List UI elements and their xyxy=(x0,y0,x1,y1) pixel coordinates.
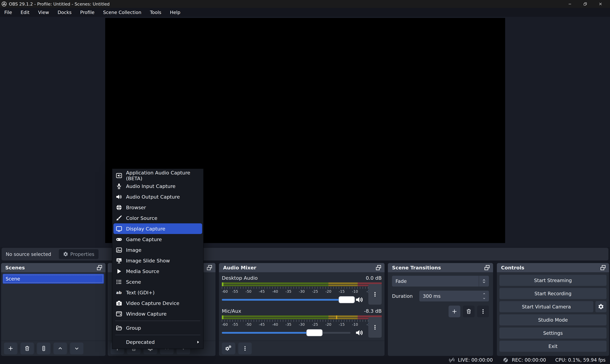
menubar-item-view[interactable]: View xyxy=(34,8,53,17)
scenes-dock-header: Scenes xyxy=(1,263,106,272)
close-button[interactable] xyxy=(593,0,608,8)
transition-value: Fade xyxy=(392,278,407,284)
menu-item-audio-input-capture[interactable]: Audio Input Capture xyxy=(112,181,203,192)
scale-tick-label: -35 xyxy=(285,322,291,326)
chevron-down-icon[interactable] xyxy=(482,297,486,300)
channel-header: Desktop Audio0.0 dB xyxy=(222,275,382,281)
menu-item-group[interactable]: Group xyxy=(112,323,203,333)
start-streaming-button[interactable]: Start Streaming xyxy=(499,275,607,286)
menu-item-application-audio-capture-beta[interactable]: Application Audio Capture (BETA) xyxy=(112,170,203,181)
minimize-button[interactable] xyxy=(562,0,578,8)
up-icon xyxy=(57,345,63,352)
menu-item-color-source[interactable]: Color Source xyxy=(112,213,203,223)
volume-slider[interactable] xyxy=(222,299,351,301)
duration-input[interactable]: 300 ms xyxy=(419,291,489,301)
channel-menu-button[interactable] xyxy=(368,284,382,305)
remove-transition-button[interactable] xyxy=(463,306,474,317)
menu-item-label: Browser xyxy=(126,205,146,210)
menu-item-image[interactable]: Image xyxy=(112,245,203,255)
meter-scale-labels: -60-55-50-45-40-35-30-25-20-15-10-50 xyxy=(222,289,382,295)
spinner-icon xyxy=(481,278,487,284)
remove-scene-button[interactable] xyxy=(21,343,34,354)
menu-item-game-capture[interactable]: Game Capture xyxy=(112,234,203,245)
scale-tick-label: -10 xyxy=(352,322,358,326)
toolbar-divider xyxy=(52,344,52,352)
scene-transitions-dock: Scene Transitions Fade Duration 300 ms xyxy=(388,263,493,356)
brush-icon xyxy=(116,215,122,221)
scene-transitions-header: Scene Transitions xyxy=(388,263,493,272)
scene-transitions-title: Scene Transitions xyxy=(392,265,441,271)
properties-button[interactable]: Properties xyxy=(59,249,98,259)
menu-item-deprecated[interactable]: Deprecated xyxy=(112,337,203,347)
menubar-item-tools[interactable]: Tools xyxy=(146,8,165,17)
app-audio-icon xyxy=(116,172,122,179)
menu-item-label: Window Capture xyxy=(126,311,166,317)
window-controls xyxy=(562,0,608,8)
scene-list-item-selected[interactable]: Scene xyxy=(3,274,104,284)
channel-menu-button[interactable] xyxy=(368,317,382,338)
volume-slider-handle[interactable] xyxy=(339,296,355,303)
meter-bar xyxy=(222,315,382,317)
scene-filters-button[interactable] xyxy=(37,343,50,354)
menubar-item-file[interactable]: File xyxy=(0,8,16,17)
menu-item-scene[interactable]: Scene xyxy=(112,276,203,287)
menu-item-browser[interactable]: Browser xyxy=(112,202,203,213)
gears-icon xyxy=(225,345,232,352)
controls-header: Controls xyxy=(497,263,609,272)
scale-tick-label: -35 xyxy=(285,289,291,294)
scale-tick-label: -20 xyxy=(325,289,331,294)
exit-button[interactable]: Exit xyxy=(499,341,607,352)
menu-item-media-source[interactable]: Media Source xyxy=(112,266,203,276)
menu-item-label: Application Audio Capture (BETA) xyxy=(126,170,200,181)
menubar-item-docks[interactable]: Docks xyxy=(53,8,76,17)
menu-item-audio-output-capture[interactable]: Audio Output Capture xyxy=(112,192,203,202)
kebab-icon xyxy=(242,345,248,352)
controls-row: Start Virtual Camera xyxy=(499,301,607,312)
close-icon xyxy=(598,2,603,6)
menu-item-text-gdi[interactable]: abText (GDI+) xyxy=(112,287,203,298)
chevron-up-icon[interactable] xyxy=(482,292,486,295)
mute-toggle-icon[interactable] xyxy=(355,295,364,304)
scale-tick-label: -45 xyxy=(259,322,265,326)
virtual-camera-settings-button[interactable] xyxy=(595,301,607,312)
transition-menu-button[interactable] xyxy=(477,306,489,317)
menubar-item-scene-collection[interactable]: Scene Collection xyxy=(99,8,146,17)
transition-select[interactable]: Fade xyxy=(392,276,489,286)
menubar-item-profile[interactable]: Profile xyxy=(76,8,99,17)
add-transition-button[interactable] xyxy=(448,306,460,317)
controls-row: Settings xyxy=(499,327,607,338)
menu-item-label: Group xyxy=(126,325,141,331)
menubar-item-help[interactable]: Help xyxy=(165,8,185,17)
menu-item-display-capture[interactable]: Display Capture xyxy=(113,223,202,234)
mixer-channel-mic-aux: Mic/Aux-8.3 dB-60-55-50-45-40-35-30-25-2… xyxy=(222,308,382,337)
volume-slider[interactable] xyxy=(222,332,351,334)
mixer-menu-button[interactable] xyxy=(238,343,252,354)
advanced-audio-properties-button[interactable] xyxy=(222,343,235,354)
menubar-item-edit[interactable]: Edit xyxy=(16,8,34,17)
start-virtual-camera-button[interactable]: Start Virtual Camera xyxy=(499,301,593,312)
scenes-toolbar xyxy=(1,341,106,356)
volume-slider-fill xyxy=(222,332,314,334)
restore-button[interactable] xyxy=(578,0,593,8)
duration-label: Duration xyxy=(392,293,416,299)
mute-toggle-icon[interactable] xyxy=(355,328,364,337)
menu-item-image-slide-show[interactable]: Image Slide Show xyxy=(112,255,203,266)
menu-item-label: Scene xyxy=(126,279,141,285)
move-scene-down-button[interactable] xyxy=(70,343,83,354)
status-bar: LIVE: 00:00:00 REC: 00:00:00 CPU: 0.1%, … xyxy=(0,356,610,364)
submenu-arrow-icon xyxy=(196,340,200,344)
add-scene-button[interactable] xyxy=(4,343,17,354)
scale-tick-label: -25 xyxy=(312,322,318,326)
menu-item-icon-placeholder xyxy=(116,338,122,346)
popout-icon xyxy=(375,264,382,271)
menu-item-window-capture[interactable]: Window Capture xyxy=(112,308,203,319)
menu-bar: FileEditViewDocksProfileScene Collection… xyxy=(0,8,610,17)
studio-mode-button[interactable]: Studio Mode xyxy=(499,314,607,325)
move-scene-up-button[interactable] xyxy=(54,343,67,354)
volume-slider-handle[interactable] xyxy=(306,329,323,336)
menu-item-video-capture-device[interactable]: Video Capture Device xyxy=(112,298,203,308)
scale-tick-label: -60 xyxy=(222,322,228,326)
start-recording-button[interactable]: Start Recording xyxy=(499,288,607,299)
settings-button[interactable]: Settings xyxy=(499,327,607,338)
scenes-dock: Scenes Scene xyxy=(1,263,106,356)
